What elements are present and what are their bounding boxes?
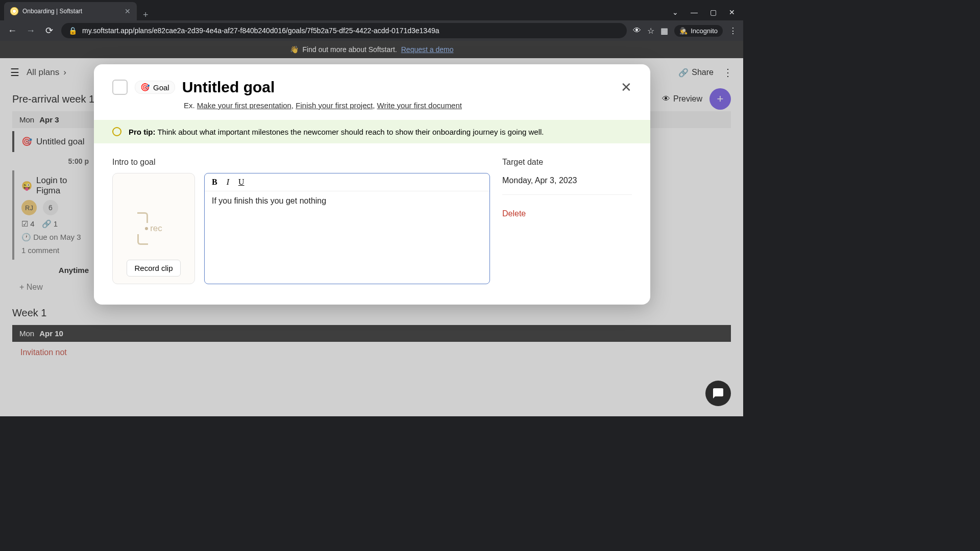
protip-label: Pro tip: [129,128,156,136]
record-frame-icon: rec [137,212,170,245]
extensions-icon[interactable]: ▦ [660,26,668,36]
target-date-label: Target date [502,158,632,167]
goal-title-input[interactable] [182,79,614,96]
examples-row: Ex. Make your first presentation, Finish… [184,101,632,110]
chat-fab[interactable] [705,381,731,406]
new-tab-button[interactable]: + [137,10,155,20]
star-icon[interactable]: ☆ [647,26,654,36]
underline-button[interactable]: U [238,178,244,187]
url-text: my.softstart.app/plans/e82cae2a-2d39-4e4… [82,27,439,35]
example-link-3[interactable]: Write your first document [377,101,462,110]
intro-editor[interactable]: B I U If you finish this you get nothing [204,173,490,284]
close-icon[interactable]: ✕ [621,80,632,95]
goal-checkbox[interactable] [112,80,128,95]
editor-toolbar: B I U [205,173,489,191]
window-controls: ⌄ — ▢ ✕ [672,8,743,20]
address-bar[interactable]: 🔒 my.softstart.app/plans/e82cae2a-2d39-4… [61,23,627,38]
record-clip-box[interactable]: rec Record clip [112,173,195,284]
incognito-label: Incognito [691,27,718,35]
protip-icon [112,127,121,136]
goal-badge-label: Goal [153,83,169,92]
lock-icon: 🔒 [68,27,77,35]
protip-banner: Pro tip: Think about what important mile… [94,120,650,143]
browser-tab[interactable]: Onboarding | Softstart ✕ [4,2,137,20]
tab-title: Onboarding | Softstart [22,8,120,15]
browser-titlebar: Onboarding | Softstart ✕ + ⌄ — ▢ ✕ [0,0,743,20]
example-link-2[interactable]: Finish your first project [296,101,373,110]
eye-off-icon[interactable]: 👁 [633,26,641,35]
example-label: Ex. [184,101,195,110]
reload-icon[interactable]: ⟳ [43,25,55,36]
delete-button[interactable]: Delete [502,209,632,218]
back-icon[interactable]: ← [6,26,18,36]
forward-icon[interactable]: → [24,26,37,36]
browser-menu-icon[interactable]: ⋮ [729,26,737,36]
editor-textarea[interactable]: If you finish this you get nothing [205,191,489,284]
chevron-down-icon[interactable]: ⌄ [672,8,678,16]
favicon-icon [10,7,18,15]
close-tab-icon[interactable]: ✕ [125,7,131,15]
protip-text: Think about what important milestones th… [157,128,544,136]
bold-button[interactable]: B [212,178,217,187]
browser-toolbar: ← → ⟳ 🔒 my.softstart.app/plans/e82cae2a-… [0,20,743,41]
incognito-badge[interactable]: 🕵️ Incognito [674,25,723,37]
minimize-icon[interactable]: — [691,8,698,16]
incognito-icon: 🕵️ [679,27,688,35]
italic-button[interactable]: I [227,178,229,187]
goal-badge: 🎯 Goal [135,81,175,94]
target-date-value[interactable]: Monday, Apr 3, 2023 [502,173,632,195]
page: 👋 Find out more about Softstart. Request… [0,41,743,416]
example-link-1[interactable]: Make your first presentation [197,101,291,110]
close-window-icon[interactable]: ✕ [729,8,735,16]
maximize-icon[interactable]: ▢ [710,8,717,16]
record-clip-button[interactable]: Record clip [127,260,180,277]
intro-label: Intro to goal [112,158,490,167]
goal-modal: 🎯 Goal ✕ Ex. Make your first presentatio… [94,64,650,305]
target-icon: 🎯 [140,83,150,92]
chat-icon [712,387,724,399]
